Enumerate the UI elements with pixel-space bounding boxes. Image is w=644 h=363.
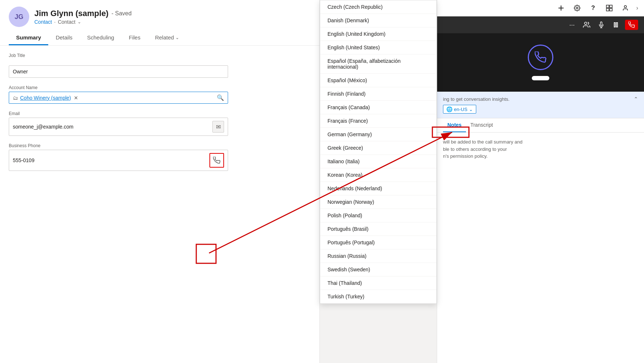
lang-item-german[interactable]: German (Germany) xyxy=(320,128,436,141)
call-panel: ? › ··· xyxy=(437,0,644,363)
lang-item-finnish[interactable]: Finnish (Finland) xyxy=(320,87,436,101)
lang-item-turkish[interactable]: Turkish (Turkey) xyxy=(320,290,436,303)
svg-point-7 xyxy=(624,5,626,8)
lang-item-english-us[interactable]: English (United States) xyxy=(320,41,436,54)
tab-files[interactable]: Files xyxy=(121,31,148,45)
contact-type-text: Contact xyxy=(58,19,75,25)
dot-separator: · xyxy=(54,19,56,25)
tab-scheduling[interactable]: Scheduling xyxy=(80,31,121,45)
svg-rect-6 xyxy=(610,8,612,11)
call-ring-indicator xyxy=(528,45,553,70)
account-name-field: Account Name 🗂 Coho Winery (sample) ✕ 🔍 xyxy=(9,85,311,104)
record-name: Jim Glynn (sample) xyxy=(34,9,109,18)
account-clear-icon[interactable]: ✕ xyxy=(74,95,78,101)
svg-rect-3 xyxy=(606,5,609,8)
insights-text: ing to get conversation insights. xyxy=(443,96,509,102)
form-content: Job Title Owner Account Name 🗂 Coho Wine… xyxy=(0,46,319,361)
tab-summary[interactable]: Summary xyxy=(9,31,48,45)
more-options-button[interactable]: ··· xyxy=(567,19,577,30)
lang-item-francais-ca[interactable]: Français (Canada) xyxy=(320,101,436,114)
lang-item-polish[interactable]: Polish (Poland) xyxy=(320,209,436,222)
record-subtitle: Contact · Contact ⌄ xyxy=(34,19,132,25)
record-title: Jim Glynn (sample) - Saved xyxy=(34,9,132,18)
globe-icon: 🌐 xyxy=(446,106,452,112)
help-icon[interactable]: ? xyxy=(588,3,598,13)
phone-call-button[interactable] xyxy=(209,153,224,168)
lang-item-espanol-mx[interactable]: Español (México) xyxy=(320,74,436,87)
lang-item-greek[interactable]: Greek (Greece) xyxy=(320,141,436,155)
panel-collapse-button[interactable]: › xyxy=(636,5,638,11)
phone-icon xyxy=(213,157,220,164)
svg-point-2 xyxy=(576,7,578,9)
email-input[interactable]: someone_j@example.com ✉ xyxy=(9,118,228,136)
settings-icon[interactable] xyxy=(572,3,582,13)
job-title-field: Job Title xyxy=(9,53,311,58)
svg-rect-11 xyxy=(614,23,615,27)
lang-item-francais-fr[interactable]: Français (France) xyxy=(320,114,436,128)
business-phone-label: Business Phone xyxy=(9,143,311,148)
call-topbar: ? › xyxy=(437,0,644,16)
lang-item-italiano[interactable]: Italiano (Italia) xyxy=(320,155,436,168)
lang-item-danish[interactable]: Danish (Denmark) xyxy=(320,14,436,27)
owner-value: Owner xyxy=(13,69,224,74)
tab-transcript[interactable]: Transcript xyxy=(466,118,497,132)
svg-rect-12 xyxy=(617,23,618,27)
job-title-label: Job Title xyxy=(9,53,311,58)
lang-item-english-uk[interactable]: English (United Kingdom) xyxy=(320,27,436,41)
svg-point-8 xyxy=(584,22,587,25)
business-phone-input[interactable]: 555-0109 xyxy=(9,150,228,171)
email-send-button[interactable]: ✉ xyxy=(212,121,224,133)
avatar: JG xyxy=(9,7,29,27)
account-name-input[interactable]: 🗂 Coho Winery (sample) ✕ 🔍 xyxy=(9,92,228,104)
phone-controls-bar: ··· xyxy=(437,16,644,33)
related-label: Related xyxy=(155,34,174,41)
add-people-button[interactable] xyxy=(581,19,592,30)
tab-details[interactable]: Details xyxy=(48,31,80,45)
add-icon[interactable] xyxy=(556,3,566,13)
insights-panel: ing to get conversation insights. ⌃ 🌐 en… xyxy=(437,92,644,118)
tab-notes[interactable]: Notes xyxy=(443,118,466,132)
hold-button[interactable] xyxy=(610,19,621,30)
lang-item-portuguese-pt[interactable]: Português (Portugal) xyxy=(320,236,436,249)
lang-item-russian[interactable]: Russian (Russia) xyxy=(320,249,436,263)
owner-field: Owner xyxy=(9,65,311,78)
crm-panel: JG Jim Glynn (sample) - Saved Contact · … xyxy=(0,0,320,363)
related-chevron-icon: ⌄ xyxy=(175,35,179,40)
contact-type-chevron[interactable]: ⌄ xyxy=(77,19,81,24)
tab-related[interactable]: Related ⌄ xyxy=(148,31,186,45)
lang-item-korean[interactable]: Korean (Korea) xyxy=(320,168,436,182)
lang-item-czech[interactable]: Czech (Czech Republic) xyxy=(320,0,436,14)
email-label: Email xyxy=(9,111,311,116)
notes-content-area: will be added to the call summary andble… xyxy=(437,133,644,166)
lang-item-swedish[interactable]: Swedish (Sweden) xyxy=(320,263,436,276)
lang-item-espanol-es[interactable]: Español (España, alfabetización internac… xyxy=(320,54,436,74)
contact-type-link[interactable]: Contact xyxy=(34,19,52,25)
saved-badge: - Saved xyxy=(111,10,132,17)
record-header: JG Jim Glynn (sample) - Saved Contact · … xyxy=(0,0,319,46)
email-field: Email someone_j@example.com ✉ xyxy=(9,111,311,136)
language-dropdown: Czech (Czech Republic) Danish (Denmark) … xyxy=(320,0,437,304)
email-value: someone_j@example.com xyxy=(13,124,212,130)
header-info: Jim Glynn (sample) - Saved Contact · Con… xyxy=(34,9,132,25)
notes-text: will be added to the call summary andble… xyxy=(443,139,523,159)
language-selector[interactable]: 🌐 en-US ⌄ xyxy=(443,105,476,114)
grid-icon[interactable] xyxy=(604,3,614,13)
user-profile-icon[interactable] xyxy=(620,3,630,13)
svg-rect-4 xyxy=(610,5,612,8)
owner-input[interactable]: Owner xyxy=(9,65,228,78)
mute-button[interactable] xyxy=(596,19,607,30)
lang-item-norwegian[interactable]: Norwegian (Norway) xyxy=(320,195,436,209)
call-name-display xyxy=(532,76,549,80)
business-phone-value: 555-0109 xyxy=(13,157,209,163)
lang-selector-value: en-US xyxy=(454,107,467,112)
account-name-label: Account Name xyxy=(9,85,311,90)
call-visual-area xyxy=(437,33,644,92)
account-name-link[interactable]: Coho Winery (sample) xyxy=(20,95,71,101)
insights-collapse-button[interactable]: ⌃ xyxy=(634,96,638,102)
nav-tabs: Summary Details Scheduling Files Related… xyxy=(9,31,311,45)
lang-item-dutch[interactable]: Nederlands (Nederland) xyxy=(320,182,436,195)
lang-item-portuguese-br[interactable]: Português (Brasil) xyxy=(320,222,436,236)
end-call-button[interactable] xyxy=(625,20,638,30)
lang-item-thai[interactable]: Thai (Thailand) xyxy=(320,276,436,290)
account-search-icon[interactable]: 🔍 xyxy=(217,94,224,101)
